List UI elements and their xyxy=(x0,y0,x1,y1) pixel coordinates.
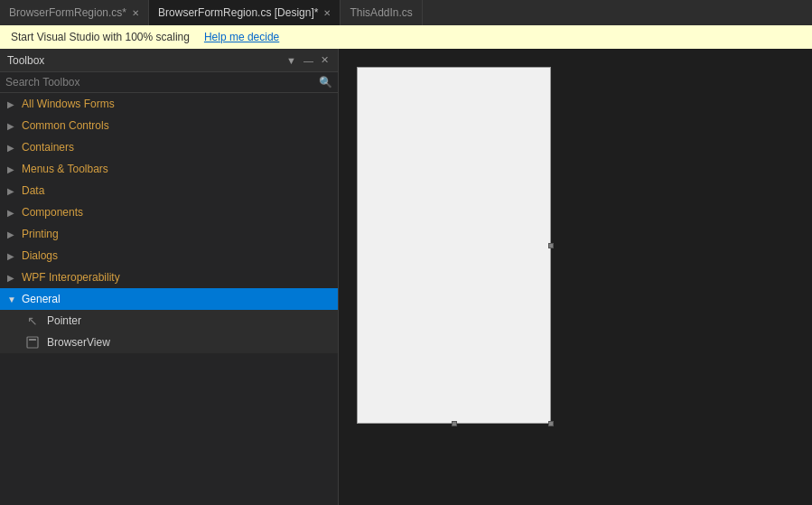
notification-bar: Start Visual Studio with 100% scaling He… xyxy=(0,25,812,49)
design-canvas-area xyxy=(339,49,812,505)
svg-rect-0 xyxy=(27,337,38,348)
category-components[interactable]: ▶ Components xyxy=(0,201,338,223)
chevron-icon: ▶ xyxy=(7,186,16,196)
category-label: Common Controls xyxy=(22,119,109,132)
toolbox-controls: ▼ — ✕ xyxy=(285,54,331,66)
chevron-icon: ▼ xyxy=(7,295,16,304)
chevron-icon: ▶ xyxy=(7,251,16,261)
chevron-icon: ▶ xyxy=(7,273,16,283)
resize-handle-right-middle[interactable] xyxy=(548,243,554,248)
tab-close-icon[interactable]: ✕ xyxy=(323,8,331,18)
tool-browserview[interactable]: BrowserView xyxy=(0,332,338,353)
category-wpf-interop[interactable]: ▶ WPF Interoperability xyxy=(0,267,338,288)
toolbox-dropdown-icon[interactable]: ▼ xyxy=(285,55,298,66)
category-label: General xyxy=(22,293,61,305)
chevron-icon: ▶ xyxy=(7,229,16,239)
toolbox-close-icon[interactable]: ✕ xyxy=(319,54,331,66)
tab-close-icon[interactable]: ✕ xyxy=(132,8,139,18)
category-label: Containers xyxy=(22,141,74,154)
category-common-controls[interactable]: ▶ Common Controls xyxy=(0,115,338,136)
category-label: Components xyxy=(22,206,83,219)
toolbox-items-list: ▶ All Windows Forms ▶ Common Controls ▶ … xyxy=(0,93,338,505)
search-input[interactable] xyxy=(5,76,319,89)
category-containers[interactable]: ▶ Containers xyxy=(0,136,338,158)
main-area: Toolbox ▼ — ✕ 🔍 ▶ All Windows Forms ▶ Co… xyxy=(0,49,812,505)
notification-text: Start Visual Studio with 100% scaling xyxy=(11,31,190,43)
category-dialogs[interactable]: ▶ Dialogs xyxy=(0,245,338,267)
chevron-icon: ▶ xyxy=(7,121,16,131)
tab-browser-region-design[interactable]: BrowserFormRegion.cs [Design]* ✕ xyxy=(149,0,341,25)
tab-label: BrowserFormRegion.cs [Design]* xyxy=(158,6,318,19)
chevron-icon: ▶ xyxy=(7,99,16,109)
tab-label: BrowserFormRegion.cs* xyxy=(9,6,126,19)
category-menus-toolbars[interactable]: ▶ Menus & Toolbars xyxy=(0,158,338,180)
category-label: Dialogs xyxy=(22,249,58,262)
category-data[interactable]: ▶ Data xyxy=(0,180,338,201)
tool-label: Pointer xyxy=(47,314,81,327)
tab-thisaddin[interactable]: ThisAddIn.cs xyxy=(341,0,422,25)
category-all-windows-forms[interactable]: ▶ All Windows Forms xyxy=(0,93,338,115)
toolbox-header: Toolbox ▼ — ✕ xyxy=(0,49,338,72)
category-label: All Windows Forms xyxy=(22,98,115,110)
category-general[interactable]: ▼ General xyxy=(0,288,338,310)
category-label: Data xyxy=(22,184,44,197)
toolbox-pin-icon[interactable]: — xyxy=(302,55,315,66)
search-icon[interactable]: 🔍 xyxy=(319,76,332,89)
svg-rect-1 xyxy=(29,339,36,341)
category-label: WPF Interoperability xyxy=(22,271,120,284)
tool-label: BrowserView xyxy=(47,336,110,349)
category-label: Menus & Toolbars xyxy=(22,163,108,175)
help-link[interactable]: Help me decide xyxy=(204,31,279,43)
tab-browser-region-cs[interactable]: BrowserFormRegion.cs* ✕ xyxy=(0,0,149,25)
chevron-icon: ▶ xyxy=(7,143,16,153)
resize-handle-bottom-right[interactable] xyxy=(548,421,554,426)
chevron-icon: ▶ xyxy=(7,164,16,174)
search-box: 🔍 xyxy=(0,72,338,93)
browserview-icon xyxy=(25,335,40,350)
category-printing[interactable]: ▶ Printing xyxy=(0,223,338,245)
tab-label: ThisAddIn.cs xyxy=(350,6,412,19)
form-canvas[interactable] xyxy=(357,67,551,424)
pointer-icon: ↖ xyxy=(25,313,40,328)
chevron-icon: ▶ xyxy=(7,208,16,218)
category-label: Printing xyxy=(22,228,59,240)
tab-bar: BrowserFormRegion.cs* ✕ BrowserFormRegio… xyxy=(0,0,812,25)
resize-handle-bottom-middle[interactable] xyxy=(452,421,457,426)
toolbox-title: Toolbox xyxy=(7,54,44,67)
tool-pointer[interactable]: ↖ Pointer xyxy=(0,310,338,332)
toolbox-panel: Toolbox ▼ — ✕ 🔍 ▶ All Windows Forms ▶ Co… xyxy=(0,49,339,505)
